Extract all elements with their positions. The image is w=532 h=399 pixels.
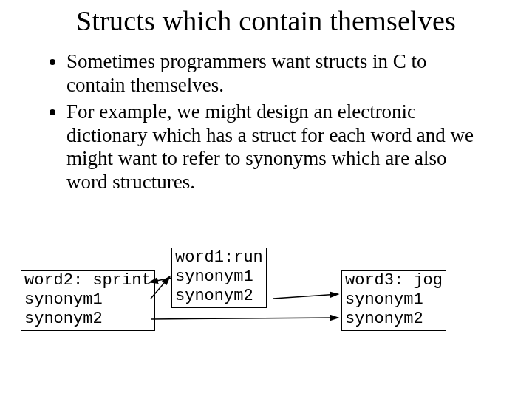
bullet-item: For example, we might design an electron… xyxy=(66,100,489,194)
struct-field: synonym2 xyxy=(24,310,151,329)
arrow-icon xyxy=(151,318,338,319)
struct-box-word2: word2: sprint synonym1 synonym2 xyxy=(21,270,155,331)
bullet-item: Sometimes programmers want structs in C … xyxy=(66,50,489,98)
struct-field: synonym2 xyxy=(175,287,263,306)
struct-field: word3: jog xyxy=(345,271,443,290)
struct-field: word2: sprint xyxy=(24,271,151,290)
bullet-list: Sometimes programmers want structs in C … xyxy=(46,50,489,197)
struct-field: word1:run xyxy=(175,248,263,267)
struct-box-word1: word1:run synonym1 synonym2 xyxy=(171,248,267,308)
struct-box-word3: word3: jog synonym1 synonym2 xyxy=(341,270,446,331)
slide-title: Structs which contain themselves xyxy=(0,4,532,37)
struct-field: synonym1 xyxy=(24,290,151,310)
arrow-icon xyxy=(273,294,338,299)
struct-field: synonym1 xyxy=(345,290,443,310)
struct-field: synonym1 xyxy=(175,267,263,287)
slide: Structs which contain themselves Sometim… xyxy=(0,0,532,399)
struct-field: synonym2 xyxy=(345,310,443,329)
